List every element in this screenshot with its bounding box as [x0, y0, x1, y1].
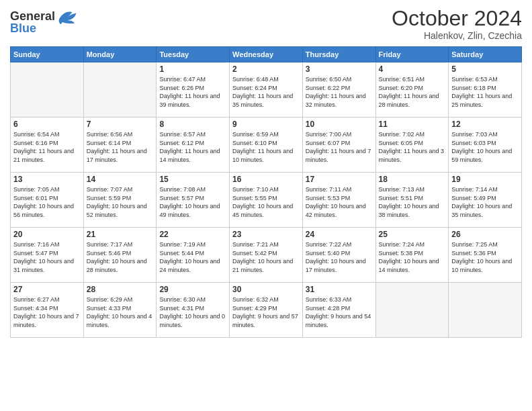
header: General Blue October 2024 Halenkov, Zlin… [10, 7, 522, 41]
day-info: Sunrise: 7:02 AM Sunset: 6:05 PM Dayligh… [379, 130, 446, 164]
day-number: 12 [451, 120, 519, 129]
day-info: Sunrise: 6:56 AM Sunset: 6:14 PM Dayligh… [87, 130, 154, 164]
calendar-cell: 4Sunrise: 6:51 AM Sunset: 6:20 PM Daylig… [375, 62, 449, 118]
day-number: 22 [159, 230, 226, 239]
calendar-cell: 26Sunrise: 7:25 AM Sunset: 5:36 PM Dayli… [449, 228, 522, 283]
day-number: 29 [159, 285, 226, 294]
day-info: Sunrise: 7:07 AM Sunset: 5:59 PM Dayligh… [87, 185, 154, 219]
weekday-header-wednesday: Wednesday [230, 47, 303, 62]
weekday-header-saturday: Saturday [449, 47, 522, 62]
day-info: Sunrise: 6:32 AM Sunset: 4:29 PM Dayligh… [232, 295, 300, 329]
day-number: 25 [379, 230, 446, 239]
day-number: 21 [87, 230, 154, 239]
calendar-cell [11, 62, 84, 118]
day-number: 18 [379, 175, 446, 184]
calendar-cell: 8Sunrise: 6:57 AM Sunset: 6:12 PM Daylig… [157, 118, 230, 173]
day-number: 1 [159, 64, 226, 74]
day-info: Sunrise: 7:00 AM Sunset: 6:07 PM Dayligh… [306, 130, 373, 164]
calendar-cell: 3Sunrise: 6:50 AM Sunset: 6:22 PM Daylig… [302, 62, 375, 118]
calendar-table: SundayMondayTuesdayWednesdayThursdayFrid… [10, 46, 522, 338]
weekday-header-tuesday: Tuesday [157, 47, 230, 62]
calendar-cell: 17Sunrise: 7:11 AM Sunset: 5:53 PM Dayli… [302, 173, 375, 228]
weekday-header-friday: Friday [375, 47, 449, 62]
day-info: Sunrise: 6:59 AM Sunset: 6:10 PM Dayligh… [232, 130, 300, 164]
calendar-cell: 30Sunrise: 6:32 AM Sunset: 4:29 PM Dayli… [230, 283, 303, 338]
day-number: 31 [306, 285, 373, 294]
weekday-header-monday: Monday [83, 47, 157, 62]
day-info: Sunrise: 7:25 AM Sunset: 5:36 PM Dayligh… [451, 240, 519, 274]
day-info: Sunrise: 6:33 AM Sunset: 4:28 PM Dayligh… [306, 295, 373, 329]
day-number: 19 [451, 175, 519, 184]
day-number: 24 [306, 230, 373, 239]
day-info: Sunrise: 7:24 AM Sunset: 5:38 PM Dayligh… [379, 240, 446, 274]
calendar-cell: 20Sunrise: 7:16 AM Sunset: 5:47 PM Dayli… [11, 228, 84, 283]
day-number: 15 [159, 175, 226, 184]
day-number: 6 [13, 120, 81, 129]
calendar-cell: 5Sunrise: 6:53 AM Sunset: 6:18 PM Daylig… [449, 62, 522, 118]
calendar-cell: 11Sunrise: 7:02 AM Sunset: 6:05 PM Dayli… [375, 118, 449, 173]
day-number: 23 [232, 230, 300, 239]
week-row-4: 20Sunrise: 7:16 AM Sunset: 5:47 PM Dayli… [11, 228, 522, 283]
day-info: Sunrise: 6:47 AM Sunset: 6:26 PM Dayligh… [159, 75, 226, 109]
calendar-cell: 6Sunrise: 6:54 AM Sunset: 6:16 PM Daylig… [11, 118, 84, 173]
calendar-cell: 2Sunrise: 6:48 AM Sunset: 6:24 PM Daylig… [230, 62, 303, 118]
day-info: Sunrise: 7:21 AM Sunset: 5:42 PM Dayligh… [232, 240, 300, 274]
calendar-cell [449, 283, 522, 338]
week-row-3: 13Sunrise: 7:05 AM Sunset: 6:01 PM Dayli… [11, 173, 522, 228]
calendar-cell: 27Sunrise: 6:27 AM Sunset: 4:34 PM Dayli… [11, 283, 84, 338]
day-number: 17 [306, 175, 373, 184]
calendar-cell: 13Sunrise: 7:05 AM Sunset: 6:01 PM Dayli… [11, 173, 84, 228]
calendar-cell: 19Sunrise: 7:14 AM Sunset: 5:49 PM Dayli… [449, 173, 522, 228]
calendar-cell [375, 283, 449, 338]
month-title: October 2024 [392, 7, 522, 30]
day-number: 16 [232, 175, 300, 184]
calendar-cell: 28Sunrise: 6:29 AM Sunset: 4:33 PM Dayli… [83, 283, 157, 338]
calendar-cell [83, 62, 157, 118]
day-info: Sunrise: 6:51 AM Sunset: 6:20 PM Dayligh… [379, 75, 446, 109]
calendar-cell: 23Sunrise: 7:21 AM Sunset: 5:42 PM Dayli… [230, 228, 303, 283]
day-info: Sunrise: 6:53 AM Sunset: 6:18 PM Dayligh… [451, 75, 519, 109]
calendar-cell: 16Sunrise: 7:10 AM Sunset: 5:55 PM Dayli… [230, 173, 303, 228]
day-info: Sunrise: 6:29 AM Sunset: 4:33 PM Dayligh… [87, 295, 154, 329]
day-number: 26 [451, 230, 519, 239]
week-row-2: 6Sunrise: 6:54 AM Sunset: 6:16 PM Daylig… [11, 118, 522, 173]
day-number: 8 [159, 120, 226, 129]
day-info: Sunrise: 6:54 AM Sunset: 6:16 PM Dayligh… [13, 130, 81, 164]
day-info: Sunrise: 7:13 AM Sunset: 5:51 PM Dayligh… [379, 185, 446, 219]
day-info: Sunrise: 7:10 AM Sunset: 5:55 PM Dayligh… [232, 185, 300, 219]
day-info: Sunrise: 6:30 AM Sunset: 4:31 PM Dayligh… [159, 295, 226, 329]
day-number: 4 [379, 64, 446, 74]
day-info: Sunrise: 6:50 AM Sunset: 6:22 PM Dayligh… [306, 75, 373, 109]
location: Halenkov, Zlin, Czechia [392, 30, 522, 41]
day-number: 3 [306, 64, 373, 74]
day-info: Sunrise: 7:16 AM Sunset: 5:47 PM Dayligh… [13, 240, 81, 274]
title-block: October 2024 Halenkov, Zlin, Czechia [392, 7, 522, 41]
day-info: Sunrise: 7:03 AM Sunset: 6:03 PM Dayligh… [451, 130, 519, 164]
day-number: 14 [87, 175, 154, 184]
day-info: Sunrise: 7:22 AM Sunset: 5:40 PM Dayligh… [306, 240, 373, 274]
day-info: Sunrise: 7:08 AM Sunset: 5:57 PM Dayligh… [159, 185, 226, 219]
logo-bird-icon [57, 7, 77, 27]
day-info: Sunrise: 6:48 AM Sunset: 6:24 PM Dayligh… [232, 75, 300, 109]
calendar-cell: 7Sunrise: 6:56 AM Sunset: 6:14 PM Daylig… [83, 118, 157, 173]
day-info: Sunrise: 6:27 AM Sunset: 4:34 PM Dayligh… [13, 295, 81, 329]
calendar-cell: 21Sunrise: 7:17 AM Sunset: 5:46 PM Dayli… [83, 228, 157, 283]
calendar-cell: 10Sunrise: 7:00 AM Sunset: 6:07 PM Dayli… [302, 118, 375, 173]
day-number: 7 [87, 120, 154, 129]
day-number: 28 [87, 285, 154, 294]
day-info: Sunrise: 7:17 AM Sunset: 5:46 PM Dayligh… [87, 240, 154, 274]
weekday-header-sunday: Sunday [11, 47, 84, 62]
calendar-cell: 25Sunrise: 7:24 AM Sunset: 5:38 PM Dayli… [375, 228, 449, 283]
weekday-header-thursday: Thursday [302, 47, 375, 62]
day-number: 10 [306, 120, 373, 129]
calendar-cell: 22Sunrise: 7:19 AM Sunset: 5:44 PM Dayli… [157, 228, 230, 283]
day-info: Sunrise: 7:11 AM Sunset: 5:53 PM Dayligh… [306, 185, 373, 219]
logo: General Blue [10, 7, 77, 36]
calendar-cell: 9Sunrise: 6:59 AM Sunset: 6:10 PM Daylig… [230, 118, 303, 173]
day-number: 27 [13, 285, 81, 294]
day-number: 13 [13, 175, 81, 184]
day-number: 9 [232, 120, 300, 129]
day-number: 2 [232, 64, 300, 74]
week-row-5: 27Sunrise: 6:27 AM Sunset: 4:34 PM Dayli… [11, 283, 522, 338]
day-number: 30 [232, 285, 300, 294]
